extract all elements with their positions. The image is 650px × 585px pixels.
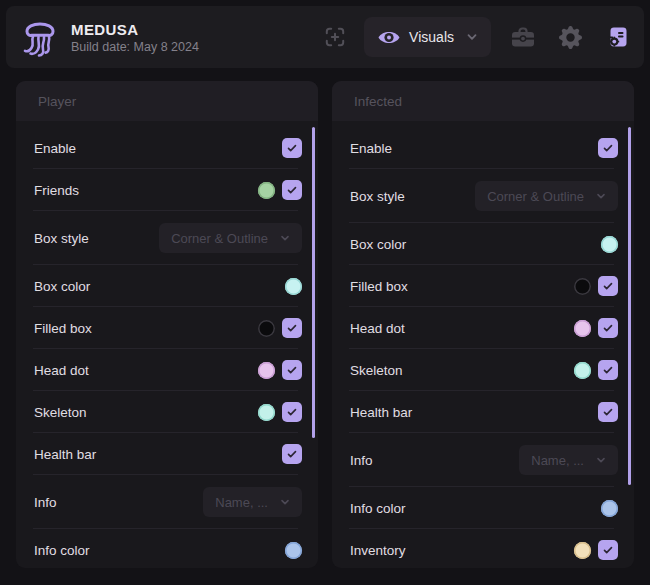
setting-label: Filled box — [350, 279, 574, 294]
setting-label: Head dot — [34, 363, 258, 378]
chevron-down-icon — [280, 233, 290, 243]
dropdown[interactable]: Corner & Outline — [159, 223, 302, 253]
setting-label: Info — [34, 495, 203, 510]
color-swatch[interactable] — [574, 362, 591, 379]
setting-label: Box style — [34, 231, 159, 246]
setting-row: InfoName, ... — [332, 433, 634, 487]
setting-label: Filled box — [34, 321, 258, 336]
setting-row: Info color — [16, 529, 318, 568]
setting-row: Skeleton — [16, 391, 318, 433]
setting-row: Box styleCorner & Outline — [332, 169, 634, 223]
checkbox[interactable] — [598, 318, 618, 338]
color-swatch[interactable] — [258, 404, 275, 421]
checkbox[interactable] — [598, 540, 618, 560]
setting-row: Inventory — [332, 529, 634, 568]
setting-row: Enable — [332, 127, 634, 169]
setting-row: Health bar — [332, 391, 634, 433]
checkbox[interactable] — [598, 402, 618, 422]
checkbox[interactable] — [598, 360, 618, 380]
panel-title: Player — [38, 94, 76, 109]
setting-label: Info color — [34, 543, 285, 558]
setting-row: Skeleton — [332, 349, 634, 391]
setting-row: Box color — [332, 223, 634, 265]
setting-label: Enable — [350, 141, 598, 156]
scrollbar-thumb[interactable] — [312, 127, 315, 438]
color-swatch[interactable] — [601, 500, 618, 517]
visuals-nav-button[interactable]: Visuals — [364, 17, 491, 57]
panel-player: Player EnableFriendsBox styleCorner & Ou… — [16, 81, 318, 568]
script-config-icon — [606, 25, 630, 49]
color-swatch[interactable] — [574, 542, 591, 559]
setting-row: Info color — [332, 487, 634, 529]
scrollbar-thumb[interactable] — [628, 127, 631, 485]
checkbox[interactable] — [282, 360, 302, 380]
color-swatch[interactable] — [258, 182, 275, 199]
dropdown[interactable]: Name, ... — [203, 487, 302, 517]
chevron-down-icon — [466, 31, 478, 43]
panel-title: Infected — [354, 94, 402, 109]
setting-label: Box style — [350, 189, 475, 204]
chevron-down-icon — [596, 455, 606, 465]
setting-label: Box color — [34, 279, 285, 294]
checkbox[interactable] — [282, 180, 302, 200]
setting-label: Info color — [350, 501, 601, 516]
checkbox[interactable] — [282, 444, 302, 464]
aimbot-focus-icon[interactable] — [323, 25, 347, 49]
setting-row: InfoName, ... — [16, 475, 318, 529]
settings-tab-button[interactable] — [559, 26, 606, 49]
checkbox[interactable] — [282, 402, 302, 422]
setting-row: Friends — [16, 169, 318, 211]
checkbox[interactable] — [282, 138, 302, 158]
dropdown[interactable]: Name, ... — [519, 445, 618, 475]
panel-header: Infected — [332, 81, 634, 121]
dropdown-value: Name, ... — [215, 495, 268, 510]
color-swatch[interactable] — [258, 362, 275, 379]
eye-icon — [377, 28, 401, 47]
color-swatch[interactable] — [285, 278, 302, 295]
checkbox[interactable] — [598, 276, 618, 296]
dropdown[interactable]: Corner & Outline — [475, 181, 618, 211]
app-title-block: MEDUSA Build date: May 8 2024 — [71, 21, 199, 54]
setting-row: Filled box — [332, 265, 634, 307]
scripts-tab-button[interactable] — [606, 25, 630, 49]
setting-label: Health bar — [34, 447, 282, 462]
checkbox[interactable] — [282, 318, 302, 338]
setting-label: Box color — [350, 237, 601, 252]
setting-row: Enable — [16, 127, 318, 169]
build-date: Build date: May 8 2024 — [71, 40, 199, 54]
panel-body: EnableFriendsBox styleCorner & OutlineBo… — [16, 121, 318, 568]
gear-icon — [559, 26, 582, 49]
color-swatch[interactable] — [601, 236, 618, 253]
color-swatch[interactable] — [285, 542, 302, 559]
briefcase-icon — [510, 25, 536, 49]
panel-body: EnableBox styleCorner & OutlineBox color… — [332, 121, 634, 568]
setting-label: Skeleton — [350, 363, 574, 378]
inventory-tab-button[interactable] — [510, 25, 559, 49]
color-swatch[interactable] — [574, 278, 591, 295]
app-name: MEDUSA — [71, 21, 199, 38]
checkbox[interactable] — [598, 138, 618, 158]
setting-row: Health bar — [16, 433, 318, 475]
dropdown-value: Corner & Outline — [171, 231, 268, 246]
setting-row: Box color — [16, 265, 318, 307]
chevron-down-icon — [280, 497, 290, 507]
chevron-down-icon — [596, 191, 606, 201]
setting-row: Head dot — [16, 349, 318, 391]
setting-row: Filled box — [16, 307, 318, 349]
setting-label: Skeleton — [34, 405, 258, 420]
setting-label: Health bar — [350, 405, 598, 420]
setting-label: Enable — [34, 141, 282, 156]
setting-label: Info — [350, 453, 519, 468]
panel-infected: Infected EnableBox styleCorner & Outline… — [332, 81, 634, 568]
setting-label: Head dot — [350, 321, 574, 336]
setting-row: Box styleCorner & Outline — [16, 211, 318, 265]
header-bar: MEDUSA Build date: May 8 2024 Visuals — [6, 6, 644, 68]
setting-label: Friends — [34, 183, 258, 198]
panel-header: Player — [16, 81, 318, 121]
jellyfish-logo-icon — [20, 14, 60, 60]
color-swatch[interactable] — [258, 320, 275, 337]
setting-label: Inventory — [350, 543, 574, 558]
color-swatch[interactable] — [574, 320, 591, 337]
dropdown-value: Corner & Outline — [487, 189, 584, 204]
visuals-button-label: Visuals — [409, 29, 454, 45]
